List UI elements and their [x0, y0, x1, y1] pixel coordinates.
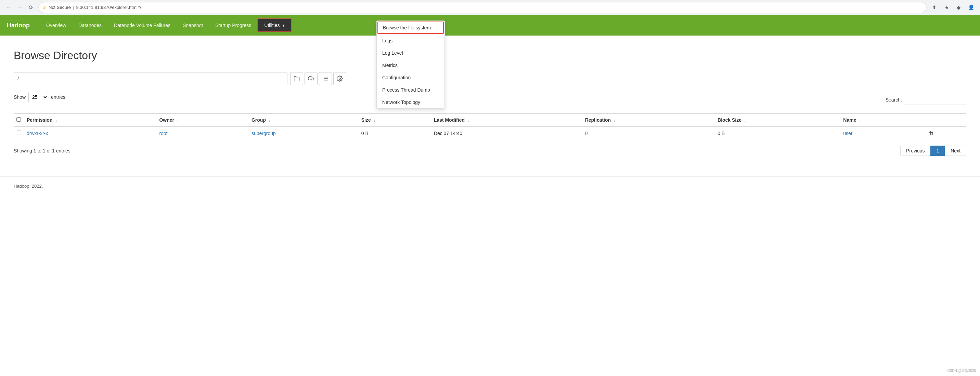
col-checkbox	[14, 113, 24, 127]
row-delete-cell: 🗑	[926, 127, 966, 140]
browser-actions: ⬆ ★ ◆ 👤	[929, 3, 976, 12]
upload-button[interactable]	[305, 72, 318, 85]
col-replication-label: Replication	[585, 117, 611, 123]
dropdown-logs[interactable]: Logs	[377, 35, 444, 47]
utilities-dropdown-button[interactable]: Utilities ▼	[257, 19, 292, 32]
row-name: user	[840, 127, 926, 140]
group-link[interactable]: supergroup	[251, 130, 276, 136]
previous-button[interactable]: Previous	[900, 146, 931, 156]
col-owner-label: Owner	[159, 117, 174, 123]
page-title: Browse Directory	[14, 49, 966, 62]
dropdown-metrics[interactable]: Metrics	[377, 59, 444, 71]
search-area: Search:	[886, 95, 966, 105]
show-label: Show	[14, 94, 25, 100]
entries-info: Showing 1 to 1 of 1 entries	[14, 148, 70, 154]
row-owner: root	[156, 127, 249, 140]
page-1-button[interactable]: 1	[931, 146, 945, 156]
select-all-checkbox[interactable]	[16, 117, 21, 122]
forward-button[interactable]: →	[15, 3, 25, 12]
not-secure-label: Not Secure	[49, 5, 71, 10]
col-owner: Owner ↕	[156, 113, 249, 127]
col-size-label: Size	[361, 117, 371, 123]
footer: Hadoop, 2022.	[0, 176, 980, 195]
back-button[interactable]: ←	[4, 3, 14, 12]
search-label: Search:	[886, 97, 902, 103]
browser-nav-buttons: ← → ⟳	[4, 3, 36, 12]
col-replication: Replication ↕	[582, 113, 715, 127]
sort-last-modified-icon[interactable]: ↕	[468, 118, 469, 122]
owner-link[interactable]: root	[159, 130, 167, 136]
navbar: Hadoop Overview Datanodes Datanode Volum…	[0, 15, 980, 36]
share-button[interactable]: ⬆	[929, 3, 939, 12]
search-input[interactable]	[905, 95, 966, 105]
main-content: Browse Directory	[0, 36, 980, 163]
path-input[interactable]	[14, 72, 288, 85]
row-last-modified: Dec 07 14:40	[431, 127, 582, 140]
profile-button[interactable]: 👤	[966, 3, 976, 12]
col-last-modified-label: Last Modified	[434, 117, 465, 123]
row-size: 0 B	[359, 127, 431, 140]
list-view-button[interactable]	[319, 72, 332, 85]
reload-button[interactable]: ⟳	[26, 3, 36, 12]
settings-button[interactable]	[333, 72, 346, 85]
sort-name-icon[interactable]: ↕	[859, 118, 861, 122]
row-permission: drwxr-xr-x	[24, 127, 156, 140]
name-link[interactable]: user	[843, 130, 853, 136]
dropdown-browse-file-system[interactable]: Browse the file system	[377, 22, 444, 34]
open-folder-button[interactable]	[290, 72, 303, 85]
dropdown-network-topology[interactable]: Network Topology	[377, 96, 444, 108]
col-permission: Permission ↕	[24, 113, 156, 127]
permission-link[interactable]: drwxr-xr-x	[27, 130, 48, 136]
row-replication: 0	[582, 127, 715, 140]
sort-size-icon[interactable]: ↕	[374, 118, 376, 122]
nav-startup-progress[interactable]: Startup Progress	[209, 19, 257, 32]
entries-select[interactable]: 10 25 50 100	[29, 92, 48, 102]
col-last-modified: Last Modified ↕	[431, 113, 582, 127]
navbar-nav: Overview Datanodes Datanode Volume Failu…	[40, 19, 292, 32]
col-actions	[926, 113, 966, 127]
utilities-label: Utilities	[264, 22, 280, 28]
browser-chrome: ← → ⟳ ⚠ Not Secure | 9.30.141.81:9870/ex…	[0, 0, 980, 15]
col-block-size: Block Size ↕	[715, 113, 840, 127]
pagination-area: Showing 1 to 1 of 1 entries Previous 1 N…	[14, 146, 966, 156]
entries-label: entries	[51, 94, 65, 100]
delete-icon[interactable]: 🗑	[929, 130, 934, 136]
row-group: supergroup	[249, 127, 359, 140]
col-permission-label: Permission	[27, 117, 52, 123]
table-row: drwxr-xr-x root supergroup 0 B Dec 07 14…	[14, 127, 966, 140]
chevron-down-icon: ▼	[282, 24, 285, 27]
nav-snapshot[interactable]: Snapshot	[177, 19, 209, 32]
sort-owner-icon[interactable]: ↕	[177, 118, 179, 122]
utilities-dropdown-menu: Browse the file system Logs Log Level Me…	[376, 21, 445, 109]
extension-button[interactable]: ◆	[954, 3, 964, 12]
col-name-label: Name	[843, 117, 856, 123]
nav-datanodes[interactable]: Datanodes	[72, 19, 108, 32]
dropdown-configuration[interactable]: Configuration	[377, 71, 444, 84]
replication-link[interactable]: 0	[585, 130, 588, 136]
pagination: Previous 1 Next	[900, 146, 966, 156]
footer-text: Hadoop, 2022.	[14, 184, 43, 189]
row-block-size: 0 B	[715, 127, 840, 140]
not-secure-icon: ⚠	[43, 5, 46, 10]
dropdown-log-level[interactable]: Log Level	[377, 47, 444, 59]
url-text: 9.30.141.81:9870/explorer.html#/	[76, 5, 141, 10]
action-buttons	[290, 72, 346, 85]
address-bar[interactable]: ⚠ Not Secure | 9.30.141.81:9870/explorer…	[38, 2, 927, 13]
nav-datanode-volume-failures[interactable]: Datanode Volume Failures	[108, 19, 177, 32]
sort-replication-icon[interactable]: ↕	[614, 118, 616, 122]
data-table: Permission ↕ Owner ↕ Group ↕ Size ↕ Last…	[14, 113, 966, 140]
navbar-brand[interactable]: Hadoop	[7, 22, 30, 29]
nav-overview[interactable]: Overview	[40, 19, 72, 32]
sort-block-size-icon[interactable]: ↕	[744, 118, 746, 122]
bookmark-button[interactable]: ★	[942, 3, 951, 12]
next-button[interactable]: Next	[945, 146, 966, 156]
path-area	[14, 72, 966, 85]
col-block-size-label: Block Size	[718, 117, 741, 123]
sort-group-icon[interactable]: ↕	[269, 118, 270, 122]
row-checkbox[interactable]	[17, 130, 21, 135]
show-entries: Show 10 25 50 100 entries	[14, 92, 65, 102]
sort-permission-icon[interactable]: ↕	[55, 118, 57, 122]
dropdown-thread-dump[interactable]: Process Thread Dump	[377, 84, 444, 96]
col-size: Size ↕	[359, 113, 431, 127]
col-group-label: Group	[251, 117, 266, 123]
